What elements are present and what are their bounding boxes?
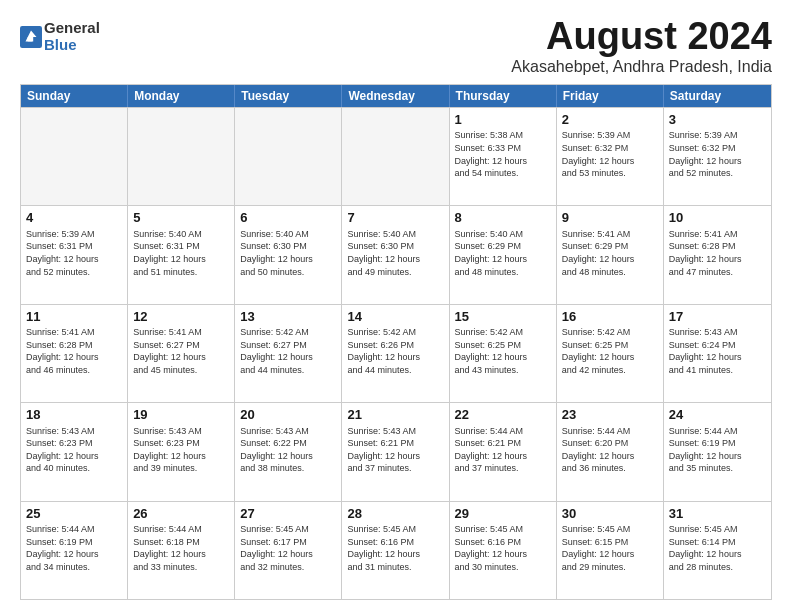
day-number: 27 xyxy=(240,505,336,523)
day-number: 6 xyxy=(240,209,336,227)
title-block: August 2024 Akasahebpet, Andhra Pradesh,… xyxy=(511,16,772,76)
day-info: Sunrise: 5:43 AM Sunset: 6:23 PM Dayligh… xyxy=(26,425,122,475)
day-number: 9 xyxy=(562,209,658,227)
day-info: Sunrise: 5:38 AM Sunset: 6:33 PM Dayligh… xyxy=(455,129,551,179)
calendar-cell xyxy=(128,108,235,205)
calendar-header: SundayMondayTuesdayWednesdayThursdayFrid… xyxy=(21,85,771,107)
calendar-cell: 14Sunrise: 5:42 AM Sunset: 6:26 PM Dayli… xyxy=(342,305,449,402)
day-number: 25 xyxy=(26,505,122,523)
calendar-cell: 8Sunrise: 5:40 AM Sunset: 6:29 PM Daylig… xyxy=(450,206,557,303)
day-number: 11 xyxy=(26,308,122,326)
calendar-cell: 26Sunrise: 5:44 AM Sunset: 6:18 PM Dayli… xyxy=(128,502,235,599)
day-info: Sunrise: 5:45 AM Sunset: 6:16 PM Dayligh… xyxy=(347,523,443,573)
calendar-cell: 5Sunrise: 5:40 AM Sunset: 6:31 PM Daylig… xyxy=(128,206,235,303)
svg-rect-2 xyxy=(28,37,32,41)
calendar-row: 25Sunrise: 5:44 AM Sunset: 6:19 PM Dayli… xyxy=(21,501,771,599)
calendar-cell: 15Sunrise: 5:42 AM Sunset: 6:25 PM Dayli… xyxy=(450,305,557,402)
calendar-cell xyxy=(342,108,449,205)
day-number: 17 xyxy=(669,308,766,326)
day-number: 24 xyxy=(669,406,766,424)
day-info: Sunrise: 5:43 AM Sunset: 6:24 PM Dayligh… xyxy=(669,326,766,376)
day-number: 26 xyxy=(133,505,229,523)
day-info: Sunrise: 5:42 AM Sunset: 6:25 PM Dayligh… xyxy=(455,326,551,376)
calendar-row: 18Sunrise: 5:43 AM Sunset: 6:23 PM Dayli… xyxy=(21,402,771,500)
calendar-cell: 4Sunrise: 5:39 AM Sunset: 6:31 PM Daylig… xyxy=(21,206,128,303)
calendar-cell: 25Sunrise: 5:44 AM Sunset: 6:19 PM Dayli… xyxy=(21,502,128,599)
calendar-cell: 9Sunrise: 5:41 AM Sunset: 6:29 PM Daylig… xyxy=(557,206,664,303)
day-info: Sunrise: 5:40 AM Sunset: 6:29 PM Dayligh… xyxy=(455,228,551,278)
calendar-cell: 16Sunrise: 5:42 AM Sunset: 6:25 PM Dayli… xyxy=(557,305,664,402)
day-number: 8 xyxy=(455,209,551,227)
day-info: Sunrise: 5:40 AM Sunset: 6:31 PM Dayligh… xyxy=(133,228,229,278)
calendar-cell: 7Sunrise: 5:40 AM Sunset: 6:30 PM Daylig… xyxy=(342,206,449,303)
day-info: Sunrise: 5:44 AM Sunset: 6:21 PM Dayligh… xyxy=(455,425,551,475)
weekday-header: Tuesday xyxy=(235,85,342,107)
calendar-cell xyxy=(235,108,342,205)
day-number: 29 xyxy=(455,505,551,523)
day-number: 5 xyxy=(133,209,229,227)
day-number: 18 xyxy=(26,406,122,424)
calendar-cell: 17Sunrise: 5:43 AM Sunset: 6:24 PM Dayli… xyxy=(664,305,771,402)
calendar-cell xyxy=(21,108,128,205)
weekday-header: Saturday xyxy=(664,85,771,107)
day-number: 21 xyxy=(347,406,443,424)
calendar-cell: 19Sunrise: 5:43 AM Sunset: 6:23 PM Dayli… xyxy=(128,403,235,500)
day-number: 30 xyxy=(562,505,658,523)
calendar-cell: 3Sunrise: 5:39 AM Sunset: 6:32 PM Daylig… xyxy=(664,108,771,205)
day-info: Sunrise: 5:45 AM Sunset: 6:16 PM Dayligh… xyxy=(455,523,551,573)
weekday-header: Wednesday xyxy=(342,85,449,107)
calendar-cell: 6Sunrise: 5:40 AM Sunset: 6:30 PM Daylig… xyxy=(235,206,342,303)
header: General Blue August 2024 Akasahebpet, An… xyxy=(20,16,772,76)
calendar-cell: 1Sunrise: 5:38 AM Sunset: 6:33 PM Daylig… xyxy=(450,108,557,205)
calendar-cell: 11Sunrise: 5:41 AM Sunset: 6:28 PM Dayli… xyxy=(21,305,128,402)
day-info: Sunrise: 5:40 AM Sunset: 6:30 PM Dayligh… xyxy=(347,228,443,278)
calendar-cell: 23Sunrise: 5:44 AM Sunset: 6:20 PM Dayli… xyxy=(557,403,664,500)
day-info: Sunrise: 5:40 AM Sunset: 6:30 PM Dayligh… xyxy=(240,228,336,278)
day-info: Sunrise: 5:41 AM Sunset: 6:27 PM Dayligh… xyxy=(133,326,229,376)
calendar-cell: 30Sunrise: 5:45 AM Sunset: 6:15 PM Dayli… xyxy=(557,502,664,599)
main-title: August 2024 xyxy=(511,16,772,58)
logo-general: General xyxy=(44,20,100,37)
day-info: Sunrise: 5:41 AM Sunset: 6:28 PM Dayligh… xyxy=(26,326,122,376)
day-info: Sunrise: 5:45 AM Sunset: 6:15 PM Dayligh… xyxy=(562,523,658,573)
day-number: 16 xyxy=(562,308,658,326)
day-number: 12 xyxy=(133,308,229,326)
day-info: Sunrise: 5:43 AM Sunset: 6:23 PM Dayligh… xyxy=(133,425,229,475)
calendar-cell: 22Sunrise: 5:44 AM Sunset: 6:21 PM Dayli… xyxy=(450,403,557,500)
calendar-cell: 28Sunrise: 5:45 AM Sunset: 6:16 PM Dayli… xyxy=(342,502,449,599)
subtitle: Akasahebpet, Andhra Pradesh, India xyxy=(511,58,772,76)
day-info: Sunrise: 5:42 AM Sunset: 6:26 PM Dayligh… xyxy=(347,326,443,376)
day-info: Sunrise: 5:43 AM Sunset: 6:22 PM Dayligh… xyxy=(240,425,336,475)
day-number: 7 xyxy=(347,209,443,227)
calendar-cell: 29Sunrise: 5:45 AM Sunset: 6:16 PM Dayli… xyxy=(450,502,557,599)
day-info: Sunrise: 5:44 AM Sunset: 6:18 PM Dayligh… xyxy=(133,523,229,573)
day-info: Sunrise: 5:39 AM Sunset: 6:32 PM Dayligh… xyxy=(562,129,658,179)
day-info: Sunrise: 5:39 AM Sunset: 6:32 PM Dayligh… xyxy=(669,129,766,179)
calendar-cell: 2Sunrise: 5:39 AM Sunset: 6:32 PM Daylig… xyxy=(557,108,664,205)
day-number: 10 xyxy=(669,209,766,227)
day-info: Sunrise: 5:41 AM Sunset: 6:29 PM Dayligh… xyxy=(562,228,658,278)
day-info: Sunrise: 5:44 AM Sunset: 6:20 PM Dayligh… xyxy=(562,425,658,475)
calendar-cell: 31Sunrise: 5:45 AM Sunset: 6:14 PM Dayli… xyxy=(664,502,771,599)
day-number: 4 xyxy=(26,209,122,227)
calendar-cell: 27Sunrise: 5:45 AM Sunset: 6:17 PM Dayli… xyxy=(235,502,342,599)
day-number: 3 xyxy=(669,111,766,129)
logo-icon xyxy=(20,26,42,48)
day-number: 2 xyxy=(562,111,658,129)
page: General Blue August 2024 Akasahebpet, An… xyxy=(0,0,792,612)
calendar-cell: 13Sunrise: 5:42 AM Sunset: 6:27 PM Dayli… xyxy=(235,305,342,402)
day-info: Sunrise: 5:45 AM Sunset: 6:14 PM Dayligh… xyxy=(669,523,766,573)
day-number: 23 xyxy=(562,406,658,424)
day-info: Sunrise: 5:44 AM Sunset: 6:19 PM Dayligh… xyxy=(26,523,122,573)
calendar-cell: 12Sunrise: 5:41 AM Sunset: 6:27 PM Dayli… xyxy=(128,305,235,402)
day-info: Sunrise: 5:41 AM Sunset: 6:28 PM Dayligh… xyxy=(669,228,766,278)
day-info: Sunrise: 5:42 AM Sunset: 6:25 PM Dayligh… xyxy=(562,326,658,376)
day-number: 28 xyxy=(347,505,443,523)
calendar-row: 1Sunrise: 5:38 AM Sunset: 6:33 PM Daylig… xyxy=(21,107,771,205)
day-info: Sunrise: 5:45 AM Sunset: 6:17 PM Dayligh… xyxy=(240,523,336,573)
calendar-cell: 21Sunrise: 5:43 AM Sunset: 6:21 PM Dayli… xyxy=(342,403,449,500)
day-number: 15 xyxy=(455,308,551,326)
day-number: 14 xyxy=(347,308,443,326)
weekday-header: Monday xyxy=(128,85,235,107)
day-info: Sunrise: 5:44 AM Sunset: 6:19 PM Dayligh… xyxy=(669,425,766,475)
